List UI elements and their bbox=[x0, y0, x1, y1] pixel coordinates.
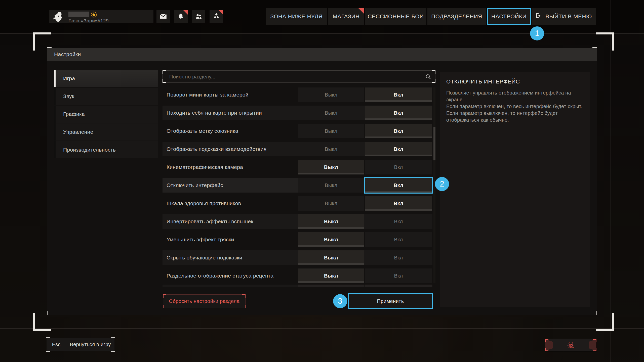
danger-skull-button[interactable]: ☠ bbox=[545, 339, 597, 351]
search-icon bbox=[425, 74, 431, 80]
toggle-on-button[interactable]: Вкл bbox=[365, 196, 432, 211]
setting-row: Находить себя на карте при открытииВыклВ… bbox=[163, 106, 432, 120]
clan-emblem-wolf-icon bbox=[52, 11, 64, 23]
toggle-off-button[interactable]: Выкл bbox=[298, 214, 364, 229]
scrollbar-thumb[interactable] bbox=[433, 127, 435, 160]
window-title: Настройки bbox=[47, 48, 597, 61]
player-name-redacted bbox=[68, 12, 89, 17]
esc-corner bbox=[46, 337, 50, 341]
sidebar-tab-label: Игра bbox=[63, 75, 75, 81]
sidebar-tab-5[interactable]: Производительность bbox=[54, 141, 158, 158]
frame-corner bbox=[33, 313, 51, 331]
toggle-off-button[interactable]: Выкл bbox=[298, 250, 364, 265]
clipped-toggle bbox=[298, 285, 364, 287]
nav-label: МАГАЗИН bbox=[333, 13, 359, 20]
sidebar-tab-3[interactable]: Графика bbox=[54, 106, 158, 123]
nav-zone-below-zero[interactable]: ЗОНА НИЖЕ НУЛЯ bbox=[266, 8, 327, 25]
return-to-game-button[interactable]: Esc Вернуться в игру bbox=[47, 338, 114, 351]
skull-corner bbox=[593, 348, 596, 351]
toggle-off-button[interactable]: Выкл bbox=[298, 142, 364, 156]
toggle-off-button[interactable]: Выкл bbox=[298, 87, 364, 102]
reset-corner bbox=[242, 294, 246, 298]
setting-row: Кинематографическая камераВыклВкл bbox=[163, 160, 432, 174]
skull-corner bbox=[545, 339, 548, 342]
toggle-off-button[interactable]: Выкл bbox=[298, 196, 364, 211]
toggle-off-button[interactable]: Выкл bbox=[298, 232, 364, 247]
esc-key-label: Esc bbox=[47, 342, 66, 347]
setting-label: Отключить интерфейс bbox=[167, 178, 223, 193]
toggle-off-button[interactable]: Выкл bbox=[298, 106, 364, 120]
setting-row: Отображать метку союзникаВыклВкл bbox=[163, 124, 432, 138]
toggle-off-button[interactable]: Выкл bbox=[298, 178, 364, 193]
friends-tile-button[interactable] bbox=[192, 10, 205, 23]
setting-row: Шкала здоровья противниковВыклВкл bbox=[163, 196, 432, 211]
sidebar-tab-label: Производительность bbox=[63, 147, 116, 153]
setting-label: Поворот мини-карты за камерой bbox=[167, 87, 249, 102]
toggle-on-button[interactable]: Вкл bbox=[365, 214, 432, 229]
frame-line bbox=[0, 33, 644, 34]
toggle-on-button[interactable]: Вкл bbox=[365, 124, 432, 138]
annotation-step-3: 3 bbox=[333, 294, 347, 308]
nav-divisions[interactable]: ПОДРАЗДЕЛЕНИЯ bbox=[427, 8, 486, 25]
toggle-on-button[interactable]: Вкл bbox=[365, 268, 432, 283]
info-title: ОТКЛЮЧИТЬ ИНТЕРФЕЙС bbox=[446, 78, 590, 85]
footer-divider bbox=[162, 288, 436, 288]
sidebar-tab-4[interactable]: Управление bbox=[54, 123, 158, 141]
apply-button[interactable]: Применить bbox=[349, 294, 432, 308]
return-to-game-label: Вернуться в игру bbox=[66, 342, 114, 347]
toggle-on-button[interactable]: Вкл bbox=[365, 178, 432, 193]
reset-corner bbox=[163, 294, 166, 298]
nav-shop[interactable]: МАГАЗИН bbox=[328, 8, 364, 25]
reset-section-button[interactable]: Сбросить настройки раздела bbox=[163, 294, 246, 308]
notification-badge bbox=[219, 10, 223, 15]
clipped-toggle bbox=[365, 285, 432, 287]
nav-label: СЕССИОННЫЕ БОИ bbox=[368, 13, 424, 20]
toggle-on-button[interactable]: Вкл bbox=[365, 142, 432, 156]
window-corner bbox=[47, 311, 52, 315]
toggle-on-button[interactable]: Вкл bbox=[365, 87, 432, 102]
search-corner bbox=[163, 70, 166, 74]
setting-row: Скрыть обучающие подсказкиВыклВкл bbox=[163, 250, 432, 265]
nav-settings[interactable]: НАСТРОЙКИ bbox=[487, 8, 531, 25]
toggle-off-button[interactable]: Выкл bbox=[298, 124, 364, 138]
squad-tile-button[interactable] bbox=[210, 10, 223, 23]
toggle-off-button[interactable]: Выкл bbox=[298, 160, 364, 174]
player-rank-badge-icon bbox=[91, 11, 97, 18]
nav-session-battles[interactable]: СЕССИОННЫЕ БОИ bbox=[365, 8, 426, 25]
nav-label: НАСТРОЙКИ bbox=[491, 13, 527, 20]
frame-line bbox=[611, 0, 611, 362]
reset-section-label: Сбросить настройки раздела bbox=[169, 298, 240, 304]
sidebar-tab-2[interactable]: Звук bbox=[54, 88, 158, 105]
nav-exit-to-menu[interactable]: ВЫЙТИ В МЕНЮ bbox=[532, 8, 596, 25]
bell-tile-button[interactable] bbox=[174, 10, 188, 23]
skull-crossbones-icon: ☠ bbox=[567, 341, 575, 349]
setting-row: Уменьшить эффект тряскиВыклВкл bbox=[163, 232, 432, 247]
esc-corner bbox=[111, 348, 115, 352]
friends-icon bbox=[195, 13, 202, 21]
annotation-step-1: 1 bbox=[530, 26, 544, 40]
toggle-on-button[interactable]: Вкл bbox=[365, 232, 432, 247]
search-box[interactable] bbox=[163, 70, 435, 83]
nav-label: ВЫЙТИ В МЕНЮ bbox=[545, 13, 592, 20]
toggle-on-button[interactable]: Вкл bbox=[365, 250, 432, 265]
toggle-on-button[interactable]: Вкл bbox=[365, 160, 432, 174]
toggle-off-button[interactable]: Выкл bbox=[298, 268, 364, 283]
setting-row: Отключить интерфейсВыклВкл bbox=[163, 178, 432, 193]
notification-badge bbox=[358, 8, 364, 14]
toggle-on-button[interactable]: Вкл bbox=[365, 106, 432, 120]
skull-corner bbox=[593, 339, 596, 342]
sidebar-tab-1[interactable]: Игра bbox=[54, 70, 158, 87]
nav-label: ЗОНА НИЖЕ НУЛЯ bbox=[270, 13, 323, 20]
setting-row: Инвертировать эффекты вспышекВыклВкл bbox=[163, 214, 432, 229]
player-base-label: База «Зари»#129 bbox=[68, 18, 109, 24]
player-info-chip[interactable]: База «Зари»#129 bbox=[49, 10, 153, 23]
search-input[interactable] bbox=[169, 71, 406, 83]
setting-label: Отображать подсказки взаимодействия bbox=[167, 142, 266, 156]
info-body: Позволяет управлять отображением интерфе… bbox=[446, 89, 584, 123]
setting-label: Уменьшить эффект тряски bbox=[167, 232, 234, 247]
esc-corner bbox=[46, 348, 50, 352]
mail-tile-button[interactable] bbox=[156, 10, 170, 23]
setting-label: Кинематографическая камера bbox=[167, 160, 243, 174]
frame-corner bbox=[596, 313, 614, 331]
nav-label: ПОДРАЗДЕЛЕНИЯ bbox=[431, 13, 482, 20]
